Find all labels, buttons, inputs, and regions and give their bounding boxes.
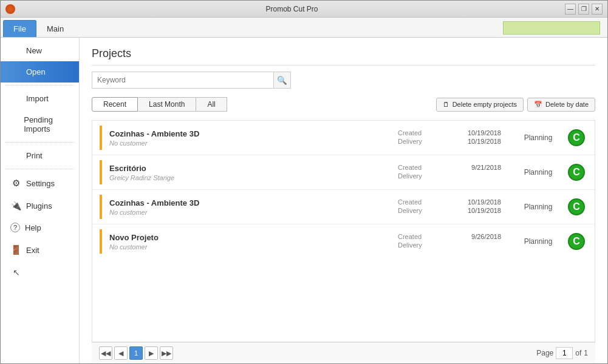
project-status: Planning (511, 237, 565, 246)
delete-date-icon: 📅 (534, 101, 542, 109)
project-status-icon: C (565, 198, 587, 215)
ribbon-search-input[interactable] (503, 21, 600, 35)
project-name: Novo Projeto (109, 233, 388, 242)
delivery-label: Delivery (398, 172, 422, 180)
ribbon-tabs: File Main (1, 18, 607, 37)
c-icon: C (568, 164, 585, 181)
delivery-date: 10/19/2018 (468, 138, 501, 145)
ribbon: File Main (1, 18, 607, 38)
project-dates: Created 9/26/2018 Delivery (398, 233, 501, 250)
help-icon: ? (10, 223, 20, 232)
prev-page-button[interactable]: ◀ (114, 346, 128, 360)
main-layout: New Open Import Pending Imports Print (1, 38, 607, 363)
delivery-label: Delivery (398, 207, 422, 214)
project-name: Cozinhas - Ambiente 3D (109, 129, 388, 138)
of-label: of (575, 349, 581, 357)
page-number-input[interactable] (556, 347, 573, 359)
sidebar-item-new[interactable]: New (1, 40, 79, 61)
sidebar-item-pending[interactable]: Pending Imports (1, 109, 79, 140)
last-page-button[interactable]: ▶▶ (160, 346, 173, 360)
restore-button[interactable]: ❐ (578, 4, 589, 15)
app-icon (5, 4, 15, 14)
action-buttons: 🗒 Delete empty projects 📅 Delete by date (436, 98, 595, 112)
search-bar: 🔍 (92, 72, 595, 89)
main-window: Promob Cut Pro — ❐ ✕ File Main New (0, 0, 608, 364)
sidebar-item-plugins[interactable]: 🔌 Plugins (1, 195, 79, 217)
project-info: Cozinhas - Ambiente 3D No customer (109, 198, 388, 216)
tab-file[interactable]: File (3, 20, 36, 37)
created-label: Created (398, 164, 422, 171)
sidebar-item-settings[interactable]: ⚙ Settings (1, 172, 79, 195)
project-indicator (100, 229, 102, 254)
ribbon-search (503, 21, 600, 35)
created-date: 9/26/2018 (471, 233, 501, 240)
created-label: Created (398, 129, 422, 136)
project-status: Planning (511, 133, 565, 142)
table-row[interactable]: Cozinhas - Ambiente 3D No customer Creat… (92, 190, 595, 224)
keyword-search-input[interactable] (92, 72, 274, 89)
sidebar-divider-1 (5, 85, 74, 86)
next-page-button[interactable]: ▶ (145, 346, 158, 360)
created-label: Created (398, 233, 422, 240)
exit-icon: 🚪 (10, 244, 21, 255)
c-icon: C (568, 198, 585, 215)
c-icon: C (568, 129, 585, 146)
created-date: 10/19/2018 (468, 129, 501, 136)
sidebar-item-open[interactable]: Open (1, 61, 79, 83)
delivery-date: 10/19/2018 (468, 207, 501, 214)
search-button[interactable]: 🔍 (274, 72, 291, 89)
project-info: Cozinhas - Ambiente 3D No customer (109, 129, 388, 147)
project-indicator (100, 126, 102, 150)
settings-icon: ⚙ (10, 178, 21, 189)
page-info: Page of 1 (536, 347, 588, 359)
total-pages: 1 (584, 349, 588, 357)
title-bar: Promob Cut Pro — ❐ ✕ (1, 1, 607, 18)
project-customer: No customer (109, 243, 388, 251)
delete-by-date-button[interactable]: 📅 Delete by date (527, 98, 595, 112)
project-dates: Created 10/19/2018 Delivery 10/19/2018 (398, 129, 501, 146)
sidebar-item-print[interactable]: Print (1, 145, 79, 166)
page-1-button[interactable]: 1 (129, 346, 143, 360)
project-customer: Greicy Radinz Stange (109, 174, 388, 181)
created-date: 10/19/2018 (468, 198, 501, 206)
sidebar-item-exit[interactable]: 🚪 Exit (1, 238, 79, 261)
project-status: Planning (511, 168, 565, 177)
project-indicator (100, 160, 102, 184)
tab-main[interactable]: Main (36, 20, 74, 37)
filter-tab-all[interactable]: All (196, 97, 227, 112)
filter-tab-recent[interactable]: Recent (92, 97, 138, 112)
search-icon: 🔍 (277, 76, 287, 85)
project-customer: No customer (109, 209, 388, 216)
sidebar-item-help[interactable]: ? Help (1, 217, 79, 238)
minimize-button[interactable]: — (565, 4, 576, 15)
delivery-label: Delivery (398, 241, 422, 249)
project-status-icon: C (565, 129, 587, 146)
delivery-label: Delivery (398, 138, 422, 145)
window-controls: — ❐ ✕ (565, 4, 603, 15)
project-info: Escritório Greicy Radinz Stange (109, 164, 388, 181)
table-row[interactable]: Escritório Greicy Radinz Stange Created … (92, 155, 595, 190)
c-icon: C (568, 233, 585, 250)
window-title: Promob Cut Pro (19, 5, 565, 13)
project-status-icon: C (565, 164, 587, 181)
project-dates: Created 9/21/2018 Delivery (398, 164, 501, 181)
sidebar: New Open Import Pending Imports Print (1, 38, 80, 363)
pagination: ◀◀ ◀ 1 ▶ ▶▶ Page of 1 (92, 342, 595, 363)
content-area: Projects 🔍 Recent Last Month All (80, 38, 607, 363)
table-row[interactable]: Novo Projeto No customer Created 9/26/20… (92, 224, 595, 258)
close-button[interactable]: ✕ (592, 4, 603, 15)
sidebar-divider-3 (5, 169, 74, 169)
delete-empty-icon: 🗒 (443, 101, 449, 108)
page-title: Projects (92, 47, 595, 66)
page-label: Page (536, 349, 553, 357)
first-page-button[interactable]: ◀◀ (99, 346, 112, 360)
project-info: Novo Projeto No customer (109, 233, 388, 251)
created-label: Created (398, 198, 422, 206)
delete-empty-projects-button[interactable]: 🗒 Delete empty projects (436, 98, 524, 112)
sidebar-item-import[interactable]: Import (1, 88, 79, 109)
filter-tab-last-month[interactable]: Last Month (138, 97, 196, 112)
created-date: 9/21/2018 (471, 164, 501, 171)
plugins-icon: 🔌 (10, 201, 21, 211)
project-name: Escritório (109, 164, 388, 173)
table-row[interactable]: Cozinhas - Ambiente 3D No customer Creat… (92, 121, 595, 155)
